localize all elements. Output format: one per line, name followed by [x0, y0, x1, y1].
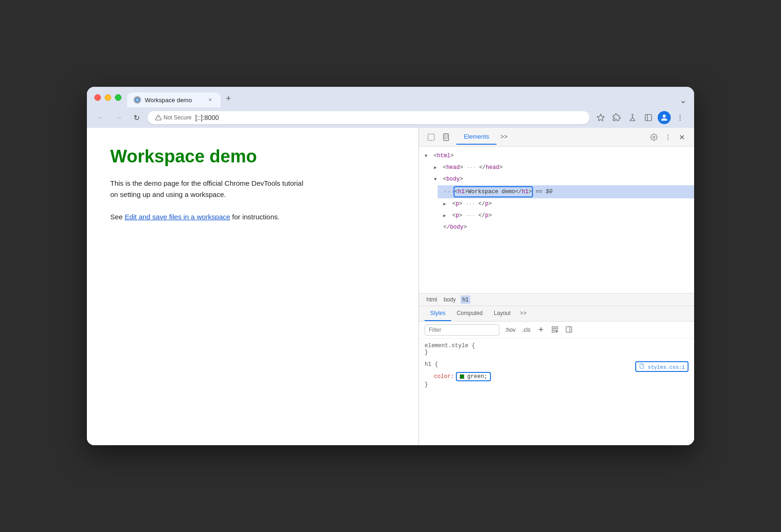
p1-expand-icon[interactable]: ▶ — [443, 200, 449, 209]
h1-selector[interactable]: h1 { — [425, 361, 438, 368]
active-tab[interactable]: Workspace demo × — [127, 92, 220, 107]
new-style-rule-button[interactable] — [549, 325, 561, 336]
cls-button[interactable]: .cls — [520, 326, 532, 334]
tab-list-button[interactable]: ⌄ — [680, 95, 687, 105]
p1-ellipsis[interactable]: ··· — [466, 201, 475, 207]
h1-tag-line[interactable]: ··· <h1>Workspace demo</h1> == $0 — [438, 185, 694, 198]
styles-filter-input[interactable] — [425, 324, 499, 336]
extensions-button[interactable] — [610, 111, 623, 124]
close-button[interactable] — [94, 94, 101, 101]
svg-rect-28 — [566, 327, 572, 332]
forward-button[interactable]: → — [112, 111, 125, 124]
styles-source-link[interactable]: styles.css:1 — [635, 361, 689, 372]
h1-color-rule: color: green; — [425, 372, 689, 381]
head-ellipsis[interactable]: ··· — [467, 165, 476, 170]
computed-tab[interactable]: Computed — [451, 306, 488, 321]
settings-icon[interactable] — [647, 131, 660, 144]
browser-window: Workspace demo × + ⌄ ← → ↻ Not Secure [:… — [87, 87, 694, 445]
more-tabs-button[interactable]: >> — [497, 132, 511, 142]
svg-rect-5 — [645, 114, 652, 121]
workspace-link[interactable]: Edit and save files in a workspace — [125, 213, 230, 221]
traffic-lights — [94, 94, 121, 105]
title-bar: Workspace demo × + ⌄ — [87, 87, 694, 107]
hov-button[interactable]: :hov — [503, 326, 518, 334]
svg-point-14 — [653, 136, 655, 138]
url-text: [::]:8000 — [195, 114, 219, 121]
more-styles-tabs[interactable]: >> — [516, 307, 530, 321]
sidebar-button[interactable] — [642, 111, 655, 124]
page-description: This is the demo page for the official C… — [110, 178, 306, 200]
minimize-button[interactable] — [105, 94, 111, 101]
devtools-tabs: Elements >> — [456, 129, 646, 145]
devtools-more-icon[interactable] — [661, 131, 674, 144]
see-label: See — [110, 213, 123, 221]
url-bar[interactable]: Not Secure [::]:8000 — [148, 111, 589, 124]
p2-tag-line[interactable]: ▶ <p> ··· </p> — [438, 210, 694, 222]
new-tab-button[interactable]: + — [221, 91, 235, 105]
color-value-box: green; — [456, 372, 491, 381]
dollar-zero-label: == $0 — [536, 187, 553, 196]
devtools-close-icon[interactable] — [675, 131, 689, 144]
green-color-swatch[interactable] — [460, 374, 464, 379]
instructions-label: for instructions. — [232, 213, 280, 221]
head-expand-icon[interactable]: ▶ — [434, 163, 440, 173]
lab-button[interactable] — [626, 111, 639, 124]
dom-tree: ▼ <html> ▶ <head> ··· </head> ▼ <body> ·… — [419, 147, 694, 293]
address-icons — [594, 111, 687, 124]
tab-favicon — [134, 96, 141, 104]
svg-point-1 — [136, 99, 139, 101]
p2-expand-icon[interactable]: ▶ — [443, 211, 449, 221]
color-property[interactable]: color: — [434, 373, 454, 380]
breadcrumb-h1[interactable]: h1 — [461, 295, 470, 304]
svg-rect-22 — [552, 327, 554, 329]
css-rules: element.style { } h1 { — [419, 339, 694, 397]
layout-tab[interactable]: Layout — [488, 306, 516, 321]
menu-button[interactable] — [674, 111, 687, 124]
svg-point-7 — [680, 115, 681, 116]
styles-tab[interactable]: Styles — [425, 306, 451, 321]
add-style-button[interactable] — [535, 325, 547, 336]
inspector-icon[interactable] — [425, 131, 438, 144]
svg-rect-12 — [445, 133, 447, 139]
body-close-line[interactable]: </body> — [438, 222, 694, 233]
h1-rule-header: h1 { styles.css:1 — [425, 361, 689, 372]
body-expand-icon[interactable]: ▼ — [434, 175, 440, 184]
body-tag-line[interactable]: ▼ <body> — [428, 174, 694, 185]
tab-close-button[interactable]: × — [206, 96, 214, 104]
back-button[interactable]: ← — [94, 111, 107, 124]
h1-rule-block: h1 { styles.css:1 color: — [425, 361, 689, 388]
maximize-button[interactable] — [115, 94, 121, 101]
toggle-sidebar-button[interactable] — [563, 325, 575, 336]
browser-content: Workspace demo This is the demo page for… — [87, 128, 694, 445]
dots-menu-icon[interactable]: ··· — [443, 187, 451, 196]
element-style-selector: element.style { — [425, 343, 689, 349]
svg-point-15 — [667, 134, 668, 135]
page-see-also: See Edit and save files in a workspace f… — [110, 211, 395, 223]
svg-point-16 — [667, 137, 668, 138]
element-style-close: } — [425, 349, 689, 356]
device-mode-icon[interactable] — [440, 131, 453, 144]
bookmark-button[interactable] — [594, 111, 607, 124]
h1-selected-node[interactable]: <h1>Workspace demo</h1> — [454, 186, 533, 197]
elements-tab[interactable]: Elements — [456, 129, 497, 145]
svg-rect-11 — [444, 133, 449, 140]
breadcrumb-body[interactable]: body — [442, 295, 458, 304]
head-tag-line[interactable]: ▶ <head> ··· </head> — [428, 162, 694, 174]
styles-tabs-row: Styles Computed Layout >> — [419, 306, 694, 322]
h1-rule-close: } — [425, 381, 689, 388]
html-expand-icon[interactable]: ▼ — [425, 152, 430, 161]
svg-point-9 — [680, 119, 681, 120]
refresh-button[interactable]: ↻ — [130, 111, 143, 124]
p2-ellipsis[interactable]: ··· — [466, 213, 475, 218]
breadcrumb-html[interactable]: html — [425, 295, 439, 304]
html-tag-line[interactable]: ▼ <html> — [419, 150, 694, 162]
page-heading: Workspace demo — [110, 147, 395, 167]
color-value[interactable]: green; — [467, 373, 487, 380]
address-bar: ← → ↻ Not Secure [::]:8000 — [87, 107, 694, 128]
svg-marker-4 — [597, 114, 604, 121]
devtools-settings — [647, 131, 689, 144]
source-file-label: styles.css:1 — [648, 364, 685, 370]
element-style-block: element.style { } — [425, 343, 689, 356]
profile-button[interactable] — [658, 111, 671, 124]
p1-tag-line[interactable]: ▶ <p> ··· </p> — [438, 198, 694, 210]
